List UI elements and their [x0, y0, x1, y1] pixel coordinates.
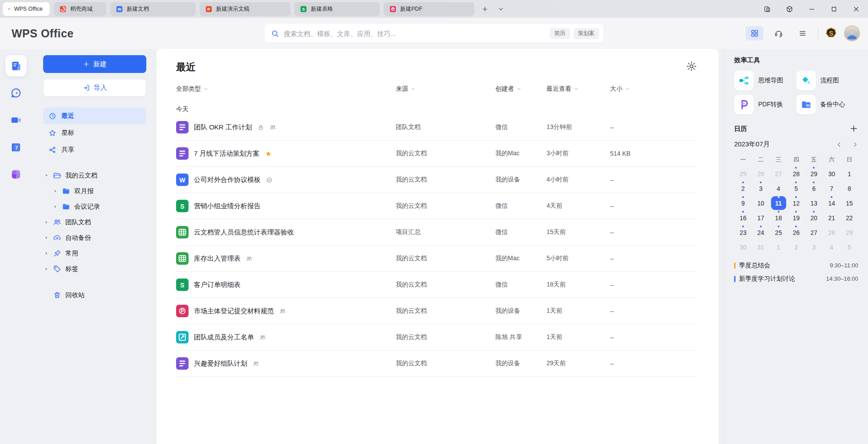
tab-wps-home[interactable]: WPS Office: [3, 2, 50, 16]
calendar-day[interactable]: 11: [770, 196, 788, 210]
filter-最近查看[interactable]: 最近查看: [547, 85, 610, 93]
sidebar-item-trash[interactable]: 回收站: [43, 287, 146, 303]
tool-备份中心[interactable]: 备份中心: [796, 95, 859, 114]
file-row[interactable]: 7 月线下活动策划方案 我的云文档 我的Mac 3小时前 514 KB: [176, 141, 697, 166]
calendar-day[interactable]: 5: [840, 240, 858, 254]
calendar-day[interactable]: 15: [840, 196, 858, 210]
calendar-day[interactable]: 4: [823, 240, 840, 254]
calendar-day[interactable]: 7: [823, 181, 840, 196]
caret-right-icon[interactable]: [44, 251, 49, 256]
calendar-day[interactable]: 26: [788, 225, 805, 240]
calendar-day[interactable]: 6: [805, 181, 823, 196]
rail-item-messages[interactable]: [5, 82, 27, 104]
tab-docer-mall[interactable]: 稻壳商城: [54, 2, 106, 16]
calendar-day[interactable]: 9: [734, 196, 752, 210]
calendar-next-icon[interactable]: [852, 141, 858, 148]
new-button[interactable]: 新建: [43, 55, 146, 73]
calendar-day[interactable]: 28: [788, 166, 805, 181]
sidebar-item-共享[interactable]: 共享: [43, 141, 146, 158]
calendar-day[interactable]: 27: [770, 166, 788, 181]
file-row[interactable]: 兴趣爱好组队计划 我的云文档 我的设备 29天前 –: [176, 351, 697, 376]
caret-right-icon[interactable]: [53, 204, 58, 209]
calendar-day[interactable]: 3: [805, 240, 823, 254]
file-row[interactable]: 团队成员及分工名单 我的云文档 陈旭 共享 1天前 –: [176, 324, 697, 350]
file-row[interactable]: P 市场主体登记提交材料规范 我的云文档 我的设备 1天前 –: [176, 298, 697, 324]
calendar-day[interactable]: 14: [823, 196, 840, 210]
new-tab-button[interactable]: [479, 3, 490, 15]
caret-right-icon[interactable]: [44, 220, 49, 225]
calendar-day[interactable]: 30: [823, 166, 840, 181]
calendar-day[interactable]: 16: [734, 210, 752, 225]
file-row[interactable]: 库存出入管理表 我的云文档 我的Mac 5小时前 –: [176, 246, 697, 271]
filter-大小[interactable]: 大小: [610, 85, 697, 93]
tab-list-button[interactable]: [495, 3, 506, 15]
calendar-day[interactable]: 8: [840, 181, 858, 196]
calendar-prev-icon[interactable]: [836, 141, 842, 148]
calendar-day[interactable]: 1: [840, 166, 858, 181]
calendar-day[interactable]: 1: [770, 240, 788, 254]
calendar-day[interactable]: 31: [752, 240, 770, 254]
calendar-day[interactable]: 4: [770, 181, 788, 196]
customer-service-button[interactable]: [770, 26, 788, 40]
search-input[interactable]: [284, 30, 550, 37]
avatar[interactable]: [844, 25, 860, 41]
calendar-day[interactable]: 5: [788, 181, 805, 196]
tree-item-标签[interactable]: 标签: [43, 261, 146, 277]
calendar-day[interactable]: 13: [805, 196, 823, 210]
rail-item-apps[interactable]: [5, 164, 27, 185]
close-button[interactable]: [847, 2, 865, 16]
calendar-day[interactable]: 29: [805, 166, 823, 181]
tab-new-doc[interactable]: W新建文档: [110, 2, 196, 16]
filter-全部类型[interactable]: 全部类型: [176, 85, 396, 93]
calendar-day[interactable]: 28: [823, 225, 840, 240]
caret-right-icon[interactable]: [53, 189, 58, 194]
tree-item-常用[interactable]: 常用: [43, 246, 146, 261]
calendar-day[interactable]: 23: [734, 225, 752, 240]
calendar-day[interactable]: 2: [788, 240, 805, 254]
file-row[interactable]: S 营销小组业绩分析报告 我的云文档 微信 4天前 –: [176, 193, 697, 219]
member-badge-icon[interactable]: S: [824, 27, 838, 40]
calendar-day[interactable]: 17: [752, 210, 770, 225]
caret-right-icon[interactable]: [44, 266, 49, 271]
search-tag[interactable]: 简历: [550, 28, 570, 39]
calendar-day[interactable]: 30: [734, 240, 752, 254]
caret-down-icon[interactable]: [44, 173, 49, 178]
rail-item-meetings[interactable]: [5, 109, 27, 131]
calendar-day[interactable]: 12: [788, 196, 805, 210]
calendar-day[interactable]: 25: [734, 166, 752, 181]
tab-new-slides[interactable]: P新建演示文稿: [200, 2, 290, 16]
rail-item-documents[interactable]: [5, 55, 27, 77]
tool-PDF转换[interactable]: PDF转换: [734, 95, 796, 114]
filter-来源[interactable]: 来源: [396, 85, 495, 93]
tree-item-我的云文档[interactable]: 我的云文档: [43, 168, 146, 183]
calendar-day[interactable]: 22: [840, 210, 858, 225]
sidebar-item-星标[interactable]: 星标: [43, 125, 146, 141]
filter-创建者[interactable]: 创建者: [495, 85, 547, 93]
side-panel-button[interactable]: [758, 2, 776, 16]
tree-item-自动备份[interactable]: 自动备份: [43, 230, 146, 246]
search-bar[interactable]: 简历策划案: [265, 24, 603, 43]
tool-思维导图[interactable]: 思维导图: [734, 71, 796, 90]
calendar-event[interactable]: 新季度学习计划讨论14:30–16:00: [734, 274, 858, 283]
file-row[interactable]: S 客户订单明细表 我的云文档 微信 18天前 –: [176, 272, 697, 298]
calendar-day[interactable]: 2: [734, 181, 752, 196]
calendar-day[interactable]: 18: [770, 210, 788, 225]
calendar-day[interactable]: 25: [770, 225, 788, 240]
app-launcher-button[interactable]: [746, 26, 764, 40]
add-event-icon[interactable]: [849, 124, 858, 133]
calendar-day[interactable]: 3: [752, 181, 770, 196]
calendar-day[interactable]: 10: [752, 196, 770, 210]
workspace-cube-button[interactable]: [780, 2, 799, 16]
calendar-event[interactable]: 季度总结会9:30–11:00: [734, 261, 858, 270]
rail-item-calendar[interactable]: 7: [5, 137, 27, 158]
import-button[interactable]: 导入: [43, 79, 146, 97]
search-tag[interactable]: 策划案: [574, 28, 599, 39]
main-menu-button[interactable]: [794, 26, 812, 40]
file-row[interactable]: 团队 OKR 工作计划 团队文档 微信 13分钟前 –: [176, 114, 697, 140]
sidebar-item-最近[interactable]: 最近: [43, 108, 146, 124]
file-row[interactable]: 云文档管人员信息统计表理器验收 项目汇总 微信 15天前 –: [176, 219, 697, 245]
tab-new-pdf[interactable]: P新建PDF: [384, 2, 474, 16]
calendar-day[interactable]: 20: [805, 210, 823, 225]
calendar-day[interactable]: 26: [752, 166, 770, 181]
calendar-day[interactable]: 19: [788, 210, 805, 225]
